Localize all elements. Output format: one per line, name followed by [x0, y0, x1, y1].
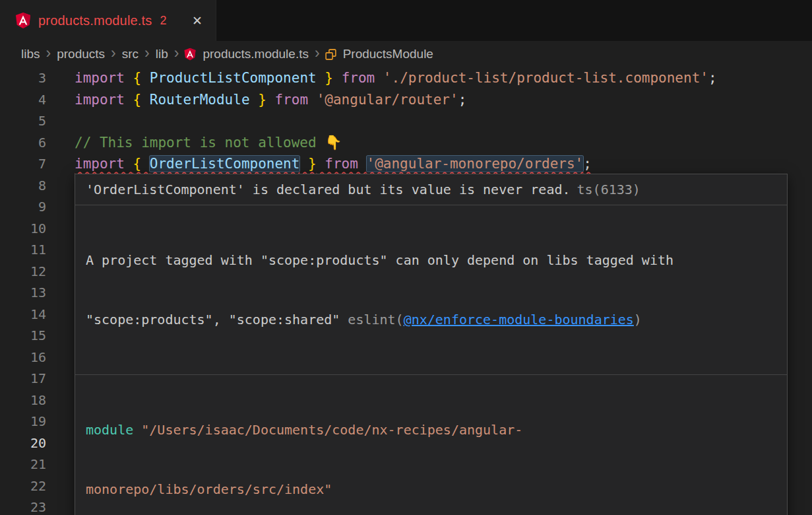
tab-problems-badge: 2 [160, 14, 167, 28]
code-token: } [317, 70, 333, 86]
line-number: 17 [0, 368, 46, 390]
code-token: '@angular/router' [317, 92, 458, 108]
line-number: 7 [0, 153, 46, 175]
breadcrumb-item-src[interactable]: src [121, 47, 140, 61]
line-number: 3 [0, 67, 46, 89]
code-token: ; [583, 156, 592, 172]
breadcrumb-item-file[interactable]: products.module.ts [183, 47, 310, 61]
breadcrumb-item-products[interactable]: products [55, 47, 106, 61]
code-token: import [75, 70, 133, 86]
error-squiggle: import { OrderListComponent } from '@ang… [75, 156, 592, 172]
breadcrumb-item-libs[interactable]: libs [20, 47, 42, 61]
chevron-right-icon: › [170, 44, 184, 64]
code-line-content[interactable]: import { OrderListComponent } from '@ang… [75, 153, 812, 175]
code-token: { [133, 70, 150, 86]
line-number: 16 [0, 347, 46, 368]
code-token: from [333, 70, 383, 86]
chevron-right-icon: › [310, 44, 325, 64]
module-path-line2: monorepo/libs/orders/src/index" [86, 481, 332, 497]
line-number: 13 [0, 282, 46, 304]
code-token: ; [708, 70, 717, 86]
code-token: 👇 [325, 135, 342, 151]
line-number: 18 [0, 390, 46, 411]
line-number: 11 [0, 239, 46, 261]
code-token: { [133, 156, 150, 172]
hover-module-info: module "/Users/isaac/Documents/code/nx-r… [75, 374, 787, 515]
eslint-message-line1: A project tagged with "scope:products" c… [86, 250, 776, 270]
line-number: 5 [0, 110, 46, 132]
code-token: OrderListComponent [150, 156, 300, 172]
code-token: RouterModule [150, 92, 250, 108]
code-token: './product-list/product-list.component' [383, 70, 708, 86]
line-number: 10 [0, 218, 46, 240]
code-line[interactable]: 5 [0, 110, 812, 132]
tab-title: products.module.ts [38, 13, 152, 28]
line-number: 8 [0, 175, 46, 197]
code-line[interactable]: 6// This import is not allowed 👇 [0, 132, 812, 154]
code-line-content[interactable] [75, 110, 812, 132]
module-path-line1: "/Users/isaac/Documents/code/nx-recipes/… [133, 422, 522, 438]
code-token: ; [458, 92, 467, 108]
error-hover-popup: 'OrderListComponent' is declared but its… [75, 174, 788, 515]
ts-error-message: 'OrderListComponent' is declared but its… [86, 182, 571, 197]
line-number: 4 [0, 89, 46, 111]
code-token: from [266, 92, 317, 108]
line-number: 19 [0, 411, 46, 432]
module-keyword: module [86, 422, 133, 438]
code-token: { [133, 92, 150, 108]
close-icon[interactable]: ✕ [189, 12, 205, 30]
line-number: 21 [0, 454, 46, 475]
line-number: 9 [0, 196, 46, 218]
code-token: import [75, 92, 133, 108]
hover-eslint-error: A project tagged with "scope:products" c… [75, 205, 787, 374]
code-line-content[interactable]: // This import is not allowed 👇 [75, 132, 812, 154]
line-number: 6 [0, 132, 46, 154]
code-token: } [250, 92, 266, 108]
tab-products-module[interactable]: products.module.ts 2 ✕ [0, 0, 216, 41]
chevron-right-icon: › [42, 44, 56, 64]
chevron-right-icon: › [140, 44, 154, 64]
breadcrumb: libs › products › src › lib › products.m… [0, 41, 812, 67]
code-token: '@angular-monorepo/orders' [367, 156, 584, 172]
breadcrumb-item-lib[interactable]: lib [154, 47, 170, 61]
hover-ts-error: 'OrderListComponent' is declared but its… [75, 174, 787, 205]
code-token: ProductListComponent [150, 70, 317, 86]
code-token: // This import is not allowed [75, 135, 325, 151]
code-token: import [75, 156, 133, 172]
code-line-content[interactable]: import { ProductListComponent } from './… [75, 67, 812, 89]
line-number: 20 [0, 432, 46, 454]
line-number: 14 [0, 304, 46, 326]
code-line[interactable]: 4import { RouterModule } from '@angular/… [0, 89, 812, 111]
code-line[interactable]: 7import { OrderListComponent } from '@an… [0, 153, 812, 175]
eslint-message-line2: "scope:products", "scope:shared" eslint(… [86, 310, 776, 329]
line-number: 23 [0, 497, 46, 515]
code-line-content[interactable]: import { RouterModule } from '@angular/r… [75, 89, 812, 111]
angular-icon [15, 12, 32, 29]
tab-bar: products.module.ts 2 ✕ [0, 0, 812, 41]
code-token: from [317, 156, 367, 172]
line-number: 15 [0, 325, 46, 347]
code-line[interactable]: 3import { ProductListComponent } from '.… [0, 67, 812, 89]
ts-error-code: ts(6133) [577, 182, 640, 197]
breadcrumb-item-symbol[interactable]: ProductsModule [325, 47, 435, 61]
symbol-class-icon [325, 48, 337, 61]
line-number: 12 [0, 261, 46, 283]
code-token: } [299, 156, 316, 172]
chevron-right-icon: › [106, 44, 121, 64]
eslint-rule-link[interactable]: @nx/enforce-module-boundaries [404, 312, 634, 327]
angular-icon [183, 48, 197, 61]
line-number: 22 [0, 475, 46, 497]
